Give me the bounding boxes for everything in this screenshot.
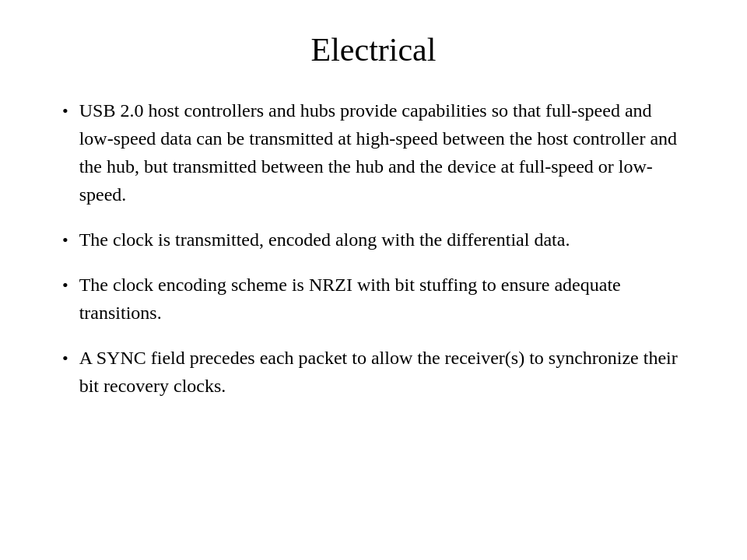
list-item: • The clock is transmitted, encoded alon… — [62, 226, 685, 254]
list-item: • A SYNC field precedes each packet to a… — [62, 344, 685, 400]
bullet-text-4: A SYNC field precedes each packet to all… — [79, 344, 685, 400]
slide-title: Electrical — [311, 31, 437, 68]
bullet-dot-2: • — [62, 227, 68, 253]
list-item: • USB 2.0 host controllers and hubs prov… — [62, 96, 685, 208]
bullet-text-3: The clock encoding scheme is NRZI with b… — [79, 271, 685, 327]
content-area: • USB 2.0 host controllers and hubs prov… — [62, 96, 685, 417]
bullet-dot-3: • — [62, 272, 68, 298]
bullet-text-1: USB 2.0 host controllers and hubs provid… — [79, 96, 685, 208]
bullet-dot-4: • — [62, 345, 68, 371]
bullet-text-2: The clock is transmitted, encoded along … — [79, 226, 570, 254]
bullet-dot-1: • — [62, 98, 68, 124]
list-item: • The clock encoding scheme is NRZI with… — [62, 271, 685, 327]
